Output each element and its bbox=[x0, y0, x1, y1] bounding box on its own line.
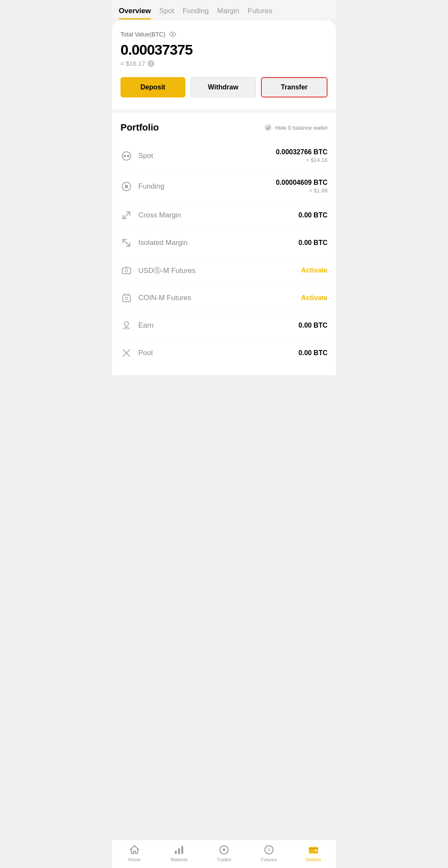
item-right: 0.00 BTC bbox=[299, 322, 328, 329]
svg-point-4 bbox=[127, 155, 129, 157]
svg-point-1 bbox=[265, 124, 272, 131]
portfolio-item-isolated-margin[interactable]: Isolated Margin 0.00 BTC bbox=[120, 229, 328, 257]
svg-point-0 bbox=[171, 33, 174, 36]
item-left: Earn bbox=[120, 320, 154, 331]
top-navigation: OverviewSpotFundingMarginFutures bbox=[112, 0, 336, 19]
svg-rect-11 bbox=[123, 295, 130, 302]
checkmark-icon bbox=[264, 123, 272, 132]
eye-icon[interactable] bbox=[169, 31, 176, 38]
item-btc-value: 0.00 BTC bbox=[299, 322, 328, 329]
svg-rect-9 bbox=[122, 268, 131, 274]
total-value-text: Total Value(BTC) bbox=[120, 31, 165, 38]
activate-button[interactable]: Activate bbox=[301, 294, 328, 301]
section-divider bbox=[112, 109, 336, 113]
item-usd-value: ≈ $1.99 bbox=[276, 187, 328, 194]
portfolio-list: Spot 0.00032766 BTC≈ $14.18 Funding 0.00… bbox=[120, 141, 328, 367]
deposit-button[interactable]: Deposit bbox=[120, 77, 185, 97]
item-label: Isolated Margin bbox=[138, 239, 188, 247]
item-icon bbox=[120, 264, 132, 276]
svg-line-7 bbox=[123, 212, 130, 219]
item-right: 0.00 BTC bbox=[299, 349, 328, 357]
portfolio-item-usdⓢ-m-futures[interactable]: USDⓈ-M Futures Activate bbox=[120, 257, 328, 284]
item-icon bbox=[120, 181, 132, 192]
withdraw-button[interactable]: Withdraw bbox=[190, 77, 256, 97]
tab-futures[interactable]: Futures bbox=[248, 7, 272, 19]
tab-margin[interactable]: Margin bbox=[217, 7, 239, 19]
portfolio-item-spot[interactable]: Spot 0.00032766 BTC≈ $14.18 bbox=[120, 141, 328, 171]
portfolio-header: Portfolio Hide 0 balance wallet bbox=[120, 113, 328, 141]
portfolio-item-earn[interactable]: Earn 0.00 BTC bbox=[120, 312, 328, 339]
tab-spot[interactable]: Spot bbox=[160, 7, 174, 19]
action-buttons: Deposit Withdraw Transfer bbox=[120, 77, 328, 97]
item-label: COIN-M Futures bbox=[138, 294, 191, 302]
total-value-label: Total Value(BTC) bbox=[120, 31, 328, 38]
tab-funding[interactable]: Funding bbox=[183, 7, 209, 19]
item-right: 0.00 BTC bbox=[299, 211, 328, 219]
item-icon bbox=[120, 209, 132, 221]
portfolio-item-cross-margin[interactable]: Cross Margin 0.00 BTC bbox=[120, 202, 328, 229]
item-icon bbox=[120, 320, 132, 331]
item-label: USDⓈ-M Futures bbox=[138, 266, 196, 275]
item-icon bbox=[120, 237, 132, 249]
btc-amount: 0.00037375 bbox=[120, 42, 328, 58]
portfolio-item-pool[interactable]: Pool 0.00 BTC bbox=[120, 339, 328, 367]
item-left: Pool bbox=[120, 347, 153, 359]
item-icon bbox=[120, 150, 132, 162]
item-left: Isolated Margin bbox=[120, 237, 188, 249]
item-left: Cross Margin bbox=[120, 209, 181, 221]
hide-balance-text: Hide 0 balance wallet bbox=[275, 125, 328, 131]
item-btc-value: 0.00 BTC bbox=[299, 239, 328, 247]
item-right: Activate bbox=[301, 267, 328, 274]
transfer-button[interactable]: Transfer bbox=[261, 77, 328, 97]
tab-overview[interactable]: Overview bbox=[119, 7, 151, 19]
item-btc-value: 0.00032766 BTC bbox=[276, 148, 328, 156]
item-btc-value: 0.00 BTC bbox=[299, 349, 328, 357]
item-right: 0.00004609 BTC≈ $1.99 bbox=[276, 179, 328, 194]
item-right: 0.00032766 BTC≈ $14.18 bbox=[276, 148, 328, 163]
info-icon[interactable]: i bbox=[148, 60, 154, 67]
item-right: Activate bbox=[301, 294, 328, 302]
item-label: Spot bbox=[138, 152, 153, 160]
item-left: USDⓈ-M Futures bbox=[120, 264, 196, 276]
svg-point-3 bbox=[123, 155, 126, 157]
item-label: Pool bbox=[138, 349, 153, 357]
hide-balance-toggle[interactable]: Hide 0 balance wallet bbox=[264, 123, 328, 132]
svg-point-13 bbox=[124, 322, 129, 326]
activate-button[interactable]: Activate bbox=[301, 267, 328, 274]
svg-point-12 bbox=[125, 297, 128, 300]
portfolio-title: Portfolio bbox=[120, 122, 159, 133]
item-left: COIN-M Futures bbox=[120, 292, 191, 304]
usd-approx: ≈ $16.17 i bbox=[120, 60, 328, 67]
svg-point-10 bbox=[125, 270, 128, 272]
item-left: Funding bbox=[120, 181, 164, 192]
item-usd-value: ≈ $14.18 bbox=[276, 157, 328, 163]
item-btc-value: 0.00 BTC bbox=[299, 211, 328, 219]
item-label: Earn bbox=[138, 321, 154, 330]
portfolio-item-coin-m-futures[interactable]: COIN-M Futures Activate bbox=[120, 284, 328, 312]
item-label: Cross Margin bbox=[138, 211, 181, 220]
main-card: Total Value(BTC) 0.00037375 ≈ $16.17 i D… bbox=[112, 20, 336, 375]
item-label: Funding bbox=[138, 182, 164, 191]
svg-point-6 bbox=[125, 185, 128, 188]
usd-approx-text: ≈ $16.17 bbox=[120, 60, 145, 67]
item-icon bbox=[120, 347, 132, 359]
item-right: 0.00 BTC bbox=[299, 239, 328, 247]
portfolio-item-funding[interactable]: Funding 0.00004609 BTC≈ $1.99 bbox=[120, 171, 328, 202]
item-left: Spot bbox=[120, 150, 153, 162]
item-icon bbox=[120, 292, 132, 304]
item-btc-value: 0.00004609 BTC bbox=[276, 179, 328, 186]
svg-line-8 bbox=[123, 239, 130, 246]
